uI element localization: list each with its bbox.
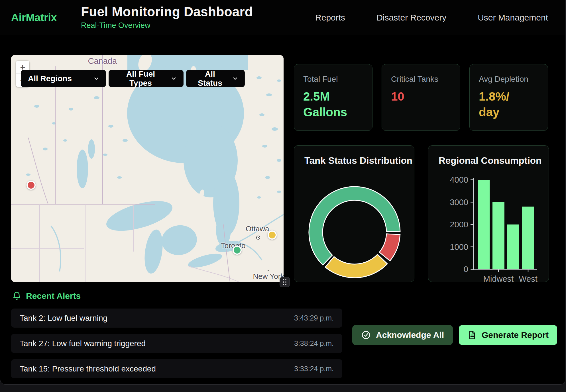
bar-0 — [478, 180, 490, 269]
page-title: Fuel Monitoring Dashboard — [81, 4, 253, 19]
acknowledge-all-label: Acknowledge All — [376, 330, 444, 340]
check-circle-icon — [361, 330, 371, 340]
chevron-down-icon — [93, 75, 99, 82]
nav-user-management[interactable]: User Management — [478, 13, 548, 23]
regions-filter-dropdown[interactable]: All Regions — [21, 70, 106, 87]
svg-text:4000: 4000 — [450, 175, 468, 184]
regional-consumption-bar-chart: 01000200030004000MidwestWest — [428, 146, 549, 282]
stat-value: 1.8%/ day — [479, 89, 539, 120]
stat-card-critical-tanks: Critical Tanks 10 — [382, 64, 460, 131]
dashboard-window: AirMatrix Fuel Monitoring Dashboard Real… — [0, 0, 565, 385]
tank-status-donut-chart — [294, 146, 415, 282]
regional-consumption-card: Regional Consumption 01000200030004000Mi… — [428, 145, 549, 282]
chevron-down-icon — [232, 75, 238, 82]
stat-card-avg-depletion: Avg Depletion 1.8%/ day — [469, 64, 548, 131]
fuel-types-filter-dropdown[interactable]: All Fuel Types — [109, 70, 184, 87]
nav-reports[interactable]: Reports — [315, 13, 345, 23]
svg-text:Midwest: Midwest — [483, 274, 514, 282]
acknowledge-all-button[interactable]: Acknowledge All — [352, 325, 453, 345]
stat-value: 2.5M Gallons — [303, 89, 363, 120]
tank-marker-critical[interactable] — [27, 181, 36, 190]
map-drag-handle[interactable] — [280, 277, 290, 287]
main-nav: Reports Disaster Recovery User Managemen… — [315, 0, 548, 35]
map-filter-bar: All Regions All Fuel Types All Status — [21, 70, 245, 87]
svg-text:0: 0 — [464, 265, 468, 274]
recent-alerts-header: Recent Alerts — [12, 291, 81, 301]
generate-report-button[interactable]: Generate Report — [459, 325, 557, 345]
tank-marker-normal[interactable] — [233, 246, 242, 255]
status-filter-label: All Status — [193, 70, 227, 88]
document-icon — [467, 330, 477, 340]
app-header: AirMatrix Fuel Monitoring Dashboard Real… — [0, 0, 565, 35]
nav-disaster-recovery[interactable]: Disaster Recovery — [376, 13, 446, 23]
bar-3 — [522, 207, 534, 269]
brand-logo: AirMatrix — [11, 0, 57, 35]
svg-text:West: West — [519, 274, 538, 282]
generate-report-label: Generate Report — [482, 330, 549, 340]
svg-text:3000: 3000 — [450, 198, 468, 207]
stat-card-total-fuel: Total Fuel 2.5M Gallons — [294, 64, 372, 131]
tank-marker-warning[interactable] — [268, 230, 277, 240]
alert-timestamp: 3:38:24 p.m. — [294, 339, 334, 348]
alert-row[interactable]: Tank 27: Low fuel warning triggered 3:38… — [11, 334, 342, 353]
bar-1 — [492, 202, 504, 270]
stat-label: Critical Tanks — [391, 75, 451, 84]
alert-list: Tank 2: Low fuel warning 3:43:29 p.m. Ta… — [11, 309, 342, 378]
alert-message: Tank 27: Low fuel warning triggered — [20, 339, 146, 348]
recent-alerts-title: Recent Alerts — [26, 291, 81, 301]
alert-row[interactable]: Tank 15: Pressure threshold exceeded 3:3… — [11, 359, 342, 378]
alert-timestamp: 3:43:29 p.m. — [294, 314, 334, 322]
bar-2 — [507, 224, 519, 269]
screen: AirMatrix Fuel Monitoring Dashboard Real… — [0, 0, 566, 392]
donut-segment-warning — [325, 254, 387, 278]
alert-row[interactable]: Tank 2: Low fuel warning 3:43:29 p.m. — [11, 309, 342, 328]
donut-segment-critical — [379, 234, 400, 261]
map-canvas[interactable] — [11, 55, 284, 282]
tank-status-card: Tank Status Distribution — [294, 145, 414, 282]
chevron-down-icon — [171, 75, 177, 82]
svg-text:2000: 2000 — [450, 220, 468, 229]
map-panel: CanadaOttawaTorontoNew York + − All Regi… — [11, 55, 284, 282]
alert-message: Tank 2: Low fuel warning — [20, 314, 107, 323]
svg-text:1000: 1000 — [450, 242, 468, 252]
stat-label: Total Fuel — [303, 75, 363, 84]
bell-icon — [12, 291, 21, 301]
regions-filter-label: All Regions — [28, 74, 72, 83]
status-filter-dropdown[interactable]: All Status — [186, 70, 245, 87]
alert-message: Tank 15: Pressure threshold exceeded — [20, 364, 156, 373]
stat-value: 10 — [391, 89, 451, 105]
alert-timestamp: 3:33:24 p.m. — [294, 365, 334, 373]
fuel-types-filter-label: All Fuel Types — [116, 70, 166, 88]
stat-label: Avg Depletion — [479, 75, 539, 84]
page-subtitle: Real-Time Overview — [81, 21, 253, 30]
